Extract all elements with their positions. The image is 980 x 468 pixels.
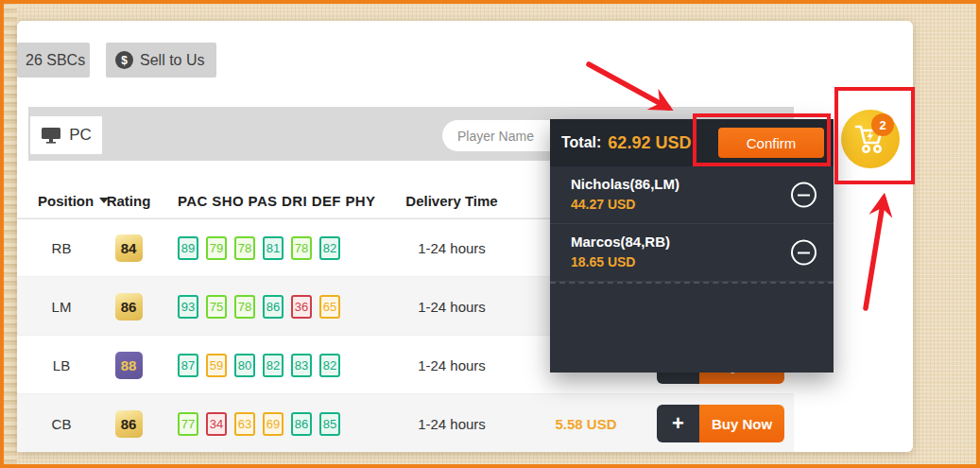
table-row: CB 86 77 34 63 69 86 85 1-24 hours 5.58 … xyxy=(17,393,794,452)
cell-stats: 77 34 63 69 86 85 xyxy=(178,394,340,453)
buy-now-button[interactable]: + Buy Now xyxy=(657,405,784,442)
stat-box: 34 xyxy=(206,412,227,436)
cell-stats: 89 79 78 81 78 82 xyxy=(178,218,340,277)
tab-sell-to-us[interactable]: $ Sell to Us xyxy=(106,43,216,78)
stat-box: 63 xyxy=(234,412,255,436)
cell-stats: 93 75 78 86 36 65 xyxy=(178,277,340,336)
stat-box: 82 xyxy=(263,354,284,377)
confirm-button[interactable]: Confirm xyxy=(718,128,824,158)
stat-box: 89 xyxy=(178,236,198,260)
stat-box: 65 xyxy=(319,295,340,319)
page-background: 26 SBCs $ Sell to Us PC Position Rating xyxy=(0,0,980,468)
stat-box: 36 xyxy=(291,295,312,319)
cart-dropdown: Total: 62.92 USD Confirm Nicholas(86,LM)… xyxy=(550,119,834,373)
stat-box: 79 xyxy=(206,236,227,260)
cell-position: RB xyxy=(33,218,90,277)
tab-sbcs[interactable]: 26 SBCs xyxy=(17,43,90,78)
stat-box: 78 xyxy=(234,236,255,260)
cell-position: LB xyxy=(33,336,90,394)
cell-position: LM xyxy=(33,277,90,336)
stat-box: 86 xyxy=(291,412,312,436)
cell-delivery-time: 1-24 hours xyxy=(386,394,518,453)
stat-box: 85 xyxy=(319,412,340,436)
monitor-icon xyxy=(41,127,61,144)
cell-delivery-time: 1-24 hours xyxy=(386,218,518,277)
remove-item-icon[interactable] xyxy=(791,182,817,208)
stat-box: 86 xyxy=(263,295,284,319)
rating-badge: 84 xyxy=(115,234,143,262)
stat-box: 77 xyxy=(178,412,198,436)
decorative-left-border xyxy=(4,4,17,464)
tab-sbcs-label: 26 SBCs xyxy=(26,52,85,69)
stat-box: 69 xyxy=(263,412,284,436)
stat-box: 78 xyxy=(291,236,312,260)
stat-box: 93 xyxy=(178,295,198,319)
column-header-stats: PAC SHO PAS DRI DEF PHY xyxy=(178,182,376,219)
remove-item-icon[interactable] xyxy=(791,240,817,266)
platform-pc-button[interactable]: PC xyxy=(30,116,102,154)
stat-box: 82 xyxy=(319,236,340,260)
column-header-rating: Rating xyxy=(96,182,161,219)
stat-box: 87 xyxy=(178,354,198,377)
cart-total-label: Total: xyxy=(561,134,601,151)
cart-item: Marcos(84,RB) 18.65 USD xyxy=(550,224,834,282)
stat-box: 75 xyxy=(206,295,227,319)
cell-stats: 87 59 80 82 83 82 xyxy=(178,336,340,394)
rating-badge: 86 xyxy=(115,293,143,321)
cart-button[interactable]: 2 xyxy=(841,110,900,168)
tab-sell-to-us-label: Sell to Us xyxy=(140,52,204,69)
cart-total-bar: Total: 62.92 USD Confirm xyxy=(550,119,834,166)
cell-delivery-time: 1-24 hours xyxy=(386,336,518,394)
cart-item: Nicholas(86,LM) 44.27 USD xyxy=(550,166,834,224)
cell-price: 5.58 USD xyxy=(539,394,633,453)
rating-badge: 88 xyxy=(115,352,143,379)
stat-box: 82 xyxy=(319,354,340,377)
stat-box: 59 xyxy=(206,354,227,377)
stat-box: 80 xyxy=(234,354,255,377)
cart-count-badge: 2 xyxy=(871,113,894,136)
cell-position: CB xyxy=(33,394,90,453)
cart-total-value: 62.92 USD xyxy=(608,133,691,153)
coin-icon: $ xyxy=(115,51,133,69)
cell-delivery-time: 1-24 hours xyxy=(386,277,518,336)
stat-box: 78 xyxy=(234,295,255,319)
rating-badge: 86 xyxy=(115,410,143,438)
stat-box: 83 xyxy=(291,354,312,377)
add-to-cart-icon[interactable]: + xyxy=(657,405,699,442)
stat-box: 81 xyxy=(263,236,284,260)
cart-divider xyxy=(550,282,834,284)
column-header-delivery: Delivery Time xyxy=(386,182,518,219)
platform-pc-label: PC xyxy=(69,126,92,145)
